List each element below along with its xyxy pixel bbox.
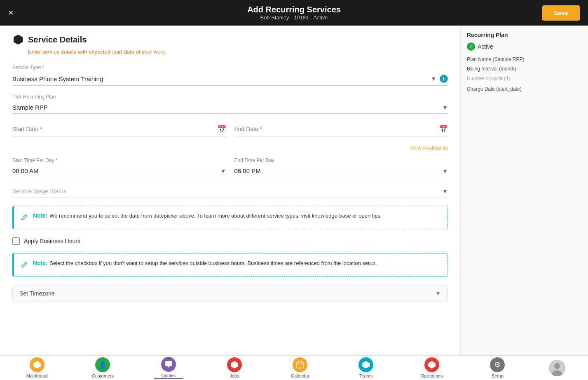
note-edit-icon-2 <box>21 260 29 270</box>
time-row: Start Time Per Day * 08:00 AM ▼ End Time… <box>12 157 448 177</box>
svg-point-12 <box>554 363 560 369</box>
setup-label: Setup <box>492 373 504 378</box>
note-1-body: We recommend you to select the date from… <box>49 213 382 219</box>
user-avatar[interactable] <box>549 360 565 376</box>
recurring-plan-group: Pick Recurring Plan Sample RPP ▼ <box>12 94 448 114</box>
service-type-label: Service Type * <box>12 65 448 70</box>
rp-status-row: ✓ Active <box>467 42 582 51</box>
note-1-content: Note: We recommend you to select the dat… <box>33 212 382 220</box>
nav-operations[interactable]: Operations <box>417 357 446 378</box>
view-availability-link[interactable]: View Availability <box>12 145 448 151</box>
service-details-icon <box>12 34 24 45</box>
close-button[interactable]: × <box>8 7 14 18</box>
header-title-group: Add Recurring Services Bob Stanley - 101… <box>247 5 341 21</box>
note-2-content: Note: Select the checkbox if you don't w… <box>33 259 377 267</box>
recurring-plan-row[interactable]: Sample RPP ▼ <box>12 101 448 114</box>
timezone-chevron-icon: ▼ <box>435 290 441 297</box>
section-subtitle: Enter service details with expected star… <box>28 49 448 55</box>
nav-mainboard[interactable]: Mainboard <box>23 357 52 378</box>
customers-label: Customers <box>92 373 114 378</box>
rp-plan-name: Plan Name (Sample RPP) <box>467 56 582 63</box>
start-time-value: 08:00 AM <box>12 167 220 174</box>
section-header: Service Details <box>12 34 448 45</box>
start-time-arrow: ▼ <box>220 168 226 174</box>
svg-marker-10 <box>428 361 436 368</box>
customers-icon: 👤 <box>95 357 110 372</box>
status-check-icon: ✓ <box>467 42 475 51</box>
rp-number-cycle: Number of cycle (4) <box>467 75 582 82</box>
calendar-label: Calendar <box>291 373 309 378</box>
nav-customers[interactable]: 👤 Customers <box>88 357 117 378</box>
end-time-group: End Time Per Day 06:00 PM ▼ <box>234 157 448 177</box>
svg-marker-3 <box>167 366 170 368</box>
stage-status-arrow: ▼ <box>442 188 448 195</box>
subtitle-end: . <box>165 49 166 55</box>
end-time-field[interactable]: 06:00 PM ▼ <box>234 165 448 177</box>
end-date-field[interactable]: 📅 <box>234 122 448 136</box>
page-title: Add Recurring Services <box>247 5 341 14</box>
bottom-nav: Mainboard 👤 Customers Quotes Jobs Calend… <box>0 355 588 380</box>
note-box-1: Note: We recommend you to select the dat… <box>12 206 448 229</box>
setup-icon: ⚙ <box>490 357 505 372</box>
start-date-group: 📅 <box>12 122 226 136</box>
save-button[interactable]: Save <box>542 5 580 21</box>
note-1-label: Note: <box>33 212 48 219</box>
recurring-plan-value: Sample RPP <box>12 104 442 111</box>
svg-rect-5 <box>297 362 303 368</box>
apply-hours-label: Apply Business Hours <box>24 238 80 244</box>
svg-marker-9 <box>362 361 370 368</box>
end-date-calendar-icon[interactable]: 📅 <box>439 124 448 134</box>
subtitle-plain: Enter service details with <box>28 49 89 55</box>
date-row: 📅 📅 <box>12 122 448 136</box>
end-time-value: 06:00 PM <box>234 167 443 174</box>
mainboard-label: Mainboard <box>26 373 48 378</box>
content-area: Service Details Enter service details wi… <box>0 26 588 355</box>
end-date-group: 📅 <box>234 122 448 136</box>
service-type-group: Service Type * Business Phone System Tra… <box>12 65 448 86</box>
teams-label: Teams <box>359 373 372 378</box>
svg-marker-4 <box>231 361 238 368</box>
start-time-group: Start Time Per Day * 08:00 AM ▼ <box>12 157 226 177</box>
right-panel: Recurring Plan ✓ Active Plan Name (Sampl… <box>460 26 588 355</box>
rp-status-text: Active <box>478 43 493 50</box>
nav-jobs[interactable]: Jobs <box>220 357 249 378</box>
rp-charge-date: Charge Date (start_date) <box>467 86 582 92</box>
end-date-input[interactable] <box>234 126 439 132</box>
end-time-arrow: ▼ <box>442 168 448 174</box>
nav-calendar[interactable]: Calendar <box>286 357 314 378</box>
nav-setup[interactable]: ⚙ Setup <box>483 357 512 378</box>
teams-icon <box>358 357 373 372</box>
calendar-icon <box>293 357 307 372</box>
stage-status-label: Service Stage Status <box>12 188 442 195</box>
recurring-plan-arrow: ▼ <box>442 104 448 111</box>
service-type-info-icon[interactable]: i <box>440 75 448 83</box>
service-type-dropdown-arrow: ▼ <box>431 75 436 82</box>
start-time-field[interactable]: 08:00 AM ▼ <box>12 165 226 177</box>
timezone-section[interactable]: Set Timezone ▼ <box>12 285 448 302</box>
start-date-field[interactable]: 📅 <box>12 122 226 136</box>
mainboard-icon <box>30 357 45 372</box>
rp-title: Recurring Plan <box>467 32 582 38</box>
jobs-label: Jobs <box>230 373 239 378</box>
svg-rect-2 <box>165 361 172 366</box>
start-time-label: Start Time Per Day * <box>12 157 226 163</box>
header-subtitle: Bob Stanley - 10181 - Active <box>247 14 341 21</box>
nav-quotes[interactable]: Quotes <box>154 357 183 379</box>
recurring-plan-label: Pick Recurring Plan <box>12 94 448 100</box>
apply-hours-checkbox[interactable] <box>12 237 20 245</box>
note-box-2: Note: Select the checkbox if you don't w… <box>12 253 448 277</box>
app-header: × Add Recurring Services Bob Stanley - 1… <box>0 0 588 26</box>
stage-status-group[interactable]: Service Stage Status ▼ <box>12 185 448 197</box>
start-date-input[interactable] <box>12 126 217 132</box>
svg-marker-1 <box>33 361 41 368</box>
section-title: Service Details <box>28 35 87 45</box>
service-type-row[interactable]: Business Phone System Training ▼ i <box>12 72 448 86</box>
apply-hours-row: Apply Business Hours <box>12 237 448 245</box>
nav-teams[interactable]: Teams <box>351 357 380 378</box>
note-2-body: Select the checkbox if you don't want to… <box>49 260 377 266</box>
svg-marker-0 <box>14 35 23 45</box>
start-date-calendar-icon[interactable]: 📅 <box>217 124 226 134</box>
note-edit-icon-1 <box>21 213 29 223</box>
quotes-label: Quotes <box>161 373 176 378</box>
operations-icon <box>424 357 439 372</box>
